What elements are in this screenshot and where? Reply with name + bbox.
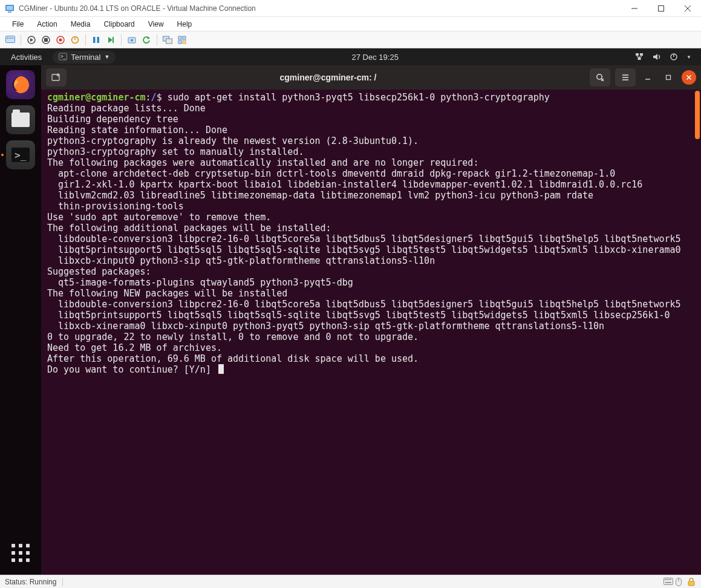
save-button[interactable]: [68, 33, 82, 47]
terminal-icon: >_: [59, 53, 67, 61]
svg-rect-60: [667, 579, 668, 580]
menu-help[interactable]: Help: [171, 18, 198, 30]
svg-rect-66: [688, 581, 694, 586]
network-icon: [634, 53, 644, 61]
svg-rect-28: [178, 36, 181, 39]
host-close-button[interactable]: [674, 0, 701, 17]
svg-marker-21: [108, 37, 112, 43]
gnome-top-bar: Activities >_ Terminal ▼ 27 Dec 19:25 ▼: [0, 48, 701, 65]
svg-rect-29: [183, 36, 186, 39]
svg-rect-20: [97, 37, 100, 43]
scrollbar-thumb[interactable]: [695, 91, 700, 139]
guest-screen: Activities >_ Terminal ▼ 27 Dec 19:25 ▼: [0, 48, 701, 575]
host-status-bar: Status: Running: [0, 575, 701, 588]
toolbar-separator: [157, 34, 157, 45]
svg-rect-8: [7, 38, 8, 39]
svg-marker-41: [653, 54, 657, 60]
app-menu-label: Terminal: [71, 53, 100, 62]
terminal-icon: >_: [11, 148, 30, 162]
host-window-title: CGMiner - Ubuntu 20.04.1 LTS on ORACLE -…: [19, 4, 621, 13]
turn-off-button[interactable]: [39, 33, 53, 47]
dock: >_: [0, 65, 41, 575]
terminal-headerbar: cgminer@cgminer-cm: /: [41, 65, 701, 90]
menu-file[interactable]: File: [6, 18, 30, 30]
svg-text:>_: >_: [60, 54, 67, 59]
chevron-down-icon: ▼: [686, 54, 691, 60]
svg-rect-10: [11, 38, 13, 39]
svg-point-24: [131, 39, 133, 41]
system-menu[interactable]: ▼: [634, 53, 701, 61]
svg-rect-59: [665, 579, 666, 580]
menu-view[interactable]: View: [142, 18, 170, 30]
svg-rect-9: [9, 38, 11, 39]
host-minimize-button[interactable]: [621, 0, 648, 17]
app-menu[interactable]: >_ Terminal ▼: [53, 51, 116, 64]
svg-rect-55: [667, 76, 671, 80]
svg-rect-30: [178, 41, 181, 44]
svg-rect-2: [8, 11, 11, 13]
keyboard-icon: [664, 578, 672, 586]
menu-action[interactable]: Action: [31, 18, 63, 30]
enhanced-session-button[interactable]: [161, 33, 174, 47]
terminal-title: cgminer@cgminer-cm: /: [71, 73, 585, 82]
search-button[interactable]: [590, 68, 610, 87]
host-titlebar: CGMiner - Ubuntu 20.04.1 LTS on ORACLE -…: [0, 0, 701, 17]
volume-icon: [653, 53, 661, 61]
dock-files[interactable]: [6, 105, 35, 134]
toolbar-separator: [121, 34, 122, 45]
vm-status-label: Status: Running: [5, 578, 63, 586]
activities-button[interactable]: Activities: [0, 53, 53, 62]
svg-marker-25: [148, 36, 150, 39]
folder-icon: [11, 113, 30, 127]
svg-rect-22: [112, 37, 114, 43]
toolbar-separator: [85, 34, 86, 45]
host-menubar: File Action Media Clipboard View Help: [0, 17, 701, 31]
svg-marker-12: [30, 38, 33, 42]
svg-rect-7: [6, 36, 15, 42]
svg-rect-1: [7, 5, 13, 10]
show-applications-button[interactable]: [7, 540, 34, 566]
vm-icon: [5, 4, 15, 13]
menu-media[interactable]: Media: [65, 18, 97, 30]
svg-point-48: [596, 74, 601, 79]
firefox-icon: [10, 74, 31, 95]
hamburger-menu-button[interactable]: [615, 68, 636, 87]
revert-button[interactable]: [140, 33, 153, 47]
desktop: >_ cgminer@cgminer-cm: /: [0, 65, 701, 575]
reset-button[interactable]: [104, 33, 117, 47]
terminal-window: cgminer@cgminer-cm: / cgminer@cgminer-cm…: [41, 65, 701, 575]
svg-rect-63: [665, 582, 671, 583]
share-button[interactable]: [175, 33, 189, 47]
host-toolbar: [0, 31, 701, 48]
terminal-output[interactable]: cgminer@cgminer-cm:/$ sudo apt-get insta…: [41, 90, 701, 575]
ctrl-alt-del-button[interactable]: [4, 33, 17, 47]
window-maximize-button[interactable]: [661, 70, 676, 85]
svg-rect-34: [636, 53, 639, 56]
mouse-icon: [676, 578, 684, 586]
clock[interactable]: 27 Dec 19:25: [352, 53, 399, 62]
dock-terminal[interactable]: >_: [6, 140, 35, 169]
svg-rect-31: [183, 41, 186, 44]
svg-rect-35: [640, 53, 643, 56]
start-button[interactable]: [25, 33, 38, 47]
new-tab-button[interactable]: [46, 68, 67, 87]
svg-rect-4: [659, 5, 664, 11]
svg-point-16: [59, 38, 62, 41]
host-maximize-button[interactable]: [648, 0, 674, 17]
svg-rect-62: [670, 579, 671, 580]
pause-button[interactable]: [90, 33, 103, 47]
svg-rect-14: [44, 38, 48, 42]
svg-rect-36: [638, 57, 641, 60]
power-icon: [670, 53, 678, 61]
shutdown-button[interactable]: [54, 33, 67, 47]
window-close-button[interactable]: [682, 70, 696, 85]
window-minimize-button[interactable]: [641, 70, 655, 85]
checkpoint-button[interactable]: [125, 33, 139, 47]
toolbar-separator: [21, 34, 21, 45]
svg-rect-27: [166, 39, 172, 44]
menu-clipboard[interactable]: Clipboard: [97, 18, 140, 30]
dock-firefox[interactable]: [6, 70, 35, 99]
svg-rect-19: [93, 37, 96, 43]
lock-icon: [688, 578, 696, 586]
svg-rect-61: [668, 579, 670, 580]
